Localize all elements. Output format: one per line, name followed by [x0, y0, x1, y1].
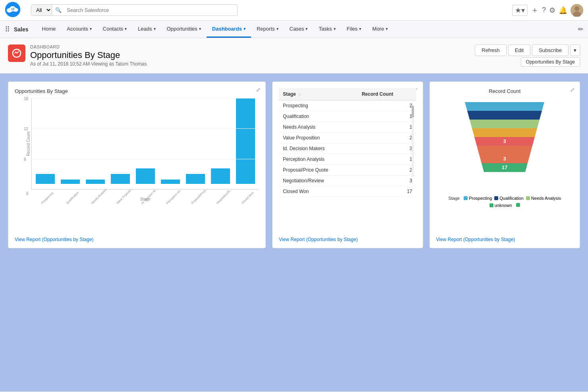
table-header-row: Stage ↑ Record Count	[279, 88, 416, 100]
funnel-value: 17	[502, 164, 507, 170]
avatar[interactable]	[571, 4, 583, 17]
grid-icon[interactable]: ⠿	[5, 25, 10, 34]
bar-chart-inner: 18 12 6 0 ProspectingQualificationNeeds …	[31, 98, 259, 189]
nav-item-cases[interactable]: Cases ▾	[284, 21, 313, 38]
funnel-segment	[477, 146, 532, 154]
scroll-thumb	[412, 106, 414, 118]
more-actions-button[interactable]: ▾	[570, 44, 580, 56]
bar	[111, 174, 130, 184]
legend-extra-dot	[516, 203, 520, 207]
nav-item-accounts[interactable]: Accounts ▾	[61, 21, 97, 38]
funnel-chart-svg: 3317	[457, 98, 552, 193]
legend-label: unknown	[495, 203, 512, 208]
expand-funnel-icon[interactable]: ⤢	[570, 87, 575, 93]
favorites-icon[interactable]: ★▾	[512, 5, 528, 16]
dashboard-icon-box	[8, 44, 25, 62]
bar	[186, 174, 205, 184]
stage-cell: Prospecting	[279, 100, 358, 111]
notifications-icon[interactable]: 🔔	[559, 6, 567, 15]
bar-wrapper: Prospecting	[33, 98, 57, 189]
count-cell: 1	[358, 154, 416, 165]
bar-wrapper: Id. Decision M...	[133, 98, 157, 189]
chevron-leads: ▾	[154, 27, 156, 31]
funnel-segment	[472, 128, 537, 137]
salesforce-logo[interactable]: sf	[5, 2, 21, 19]
nav-label-reports: Reports	[257, 26, 275, 32]
nav-item-tasks[interactable]: Tasks ▾	[313, 21, 341, 38]
legend-color-dot	[494, 196, 498, 200]
chevron-dashboards: ▾	[244, 27, 246, 31]
app-name: Sales	[14, 26, 29, 33]
table-row: Prospecting2	[279, 100, 416, 111]
nav-item-opportunities[interactable]: Opportunities ▾	[161, 21, 207, 38]
nav-item-reports[interactable]: Reports ▾	[251, 21, 284, 38]
count-cell: 2	[358, 100, 416, 111]
stage-cell: Proposal/Price Quote	[279, 165, 358, 176]
col-stage: Stage ↑	[279, 88, 358, 100]
funnel-segment	[465, 102, 544, 111]
nav-label-files: Files	[347, 26, 358, 32]
nav-bar: ⠿ Sales Home Accounts ▾ Contacts ▾ Leads…	[0, 21, 588, 38]
bar	[236, 98, 255, 184]
search-container: All 🔍	[31, 4, 238, 16]
gridlabel-18: 18	[24, 97, 28, 101]
nav-label-more: More	[372, 26, 384, 32]
expand-bar-chart-icon[interactable]: ⤢	[256, 87, 261, 93]
legend-label: Prospecting	[469, 196, 492, 201]
table-scroll[interactable]: Stage ↑ Record Count Prospecting2Qualifi…	[279, 88, 416, 197]
nav-item-more[interactable]: More ▾	[367, 21, 393, 38]
settings-icon[interactable]: ⚙	[549, 6, 555, 15]
nav-item-leads[interactable]: Leads ▾	[132, 21, 161, 38]
legend-item: Needs Analysis	[526, 196, 561, 201]
stage-label: Stage	[448, 196, 460, 201]
bar-wrapper: Perception An...	[159, 98, 182, 189]
bars-container: ProspectingQualificationNeeds AnalysisVa…	[32, 98, 259, 189]
nav-label-contacts: Contacts	[103, 26, 123, 32]
legend-label: Needs Analysis	[531, 196, 561, 201]
nav-label-opportunities: Opportunities	[167, 26, 197, 32]
legend-item: Qualification	[494, 196, 524, 201]
legend-item: Prospecting	[464, 196, 492, 201]
count-cell: 3	[358, 176, 416, 186]
dashboard-subtitle: As of Jul 11, 2018 10:52 AM·Viewing as T…	[30, 61, 147, 67]
stage-cell: Perception Analysis	[279, 154, 358, 165]
nav-item-dashboards[interactable]: Dashboards ▾	[207, 21, 251, 38]
stage-cell: Qualification	[279, 111, 358, 122]
edit-button[interactable]: Edit	[508, 44, 530, 56]
search-input[interactable]	[65, 5, 237, 15]
chevron-accounts: ▾	[90, 27, 92, 31]
bar-x-label: Negotiation/R...	[216, 185, 235, 205]
legend-color-dot	[464, 196, 468, 200]
nav-label-leads: Leads	[138, 26, 152, 32]
refresh-button[interactable]: Refresh	[475, 44, 507, 56]
table-container: Stage ↑ Record Count Prospecting2Qualifi…	[279, 88, 416, 197]
funnel-value: 3	[503, 156, 506, 162]
bar-x-label: Qualification	[66, 185, 85, 205]
bar-x-label: Perception An...	[166, 185, 185, 205]
stage-cell: Needs Analysis	[279, 122, 358, 133]
bar	[36, 174, 55, 184]
edit-pencil-icon[interactable]: ✏	[578, 25, 583, 33]
view-report-link-2[interactable]: View Report (Opportunities by Stage)	[279, 237, 358, 242]
stage-cell: Value Proposition	[279, 133, 358, 143]
filter-pill[interactable]: Opportunities By Stage	[521, 57, 580, 67]
bar-chart-wrapper: Record Count 18 12 6 0	[31, 98, 259, 189]
subscribe-button[interactable]: Subscribe	[532, 44, 569, 56]
help-icon[interactable]: ?	[542, 6, 546, 14]
chevron-opportunities: ▾	[199, 27, 201, 31]
add-icon[interactable]: ＋	[531, 5, 539, 15]
nav-item-files[interactable]: Files ▾	[341, 21, 367, 38]
search-scope-select[interactable]: All	[31, 5, 52, 15]
nav-item-contacts[interactable]: Contacts ▾	[97, 21, 132, 38]
view-report-link-3[interactable]: View Report (Opportunities by Stage)	[436, 237, 515, 242]
legend-label: Qualification	[499, 196, 524, 201]
nav-item-home[interactable]: Home	[37, 21, 62, 38]
chevron-cases: ▾	[306, 27, 308, 31]
bar-x-label: Closed Won	[241, 185, 260, 205]
view-report-link-1[interactable]: View Report (Opportunities by Stage)	[15, 237, 94, 242]
bar-x-label: Id. Decision M...	[141, 185, 160, 205]
bar-wrapper: Closed Won	[234, 98, 257, 189]
count-cell: 1	[358, 111, 416, 122]
header-actions: Refresh Edit Subscribe ▾	[475, 44, 580, 56]
stage-cell: Id. Decision Makers	[279, 143, 358, 154]
